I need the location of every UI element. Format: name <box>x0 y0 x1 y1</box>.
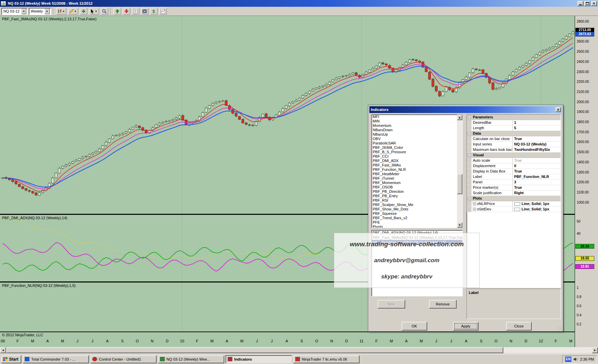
minus-box-icon[interactable]: − <box>468 116 471 119</box>
list-item[interactable]: PFE <box>372 220 462 225</box>
property-value[interactable]: True <box>513 169 560 174</box>
list-item[interactable]: PBF_HeatMeter <box>372 172 462 176</box>
interval-selector[interactable]: Weekly ▼ <box>29 8 51 15</box>
list-item[interactable]: NBarsUp <box>372 132 462 137</box>
property-value[interactable]: NQ 03-12 (Weekly) <box>513 142 560 147</box>
horizontal-scrollbar[interactable]: ◄ ► <box>0 347 598 353</box>
list-item[interactable]: NBarsDown <box>372 128 462 132</box>
scroll-left-icon[interactable]: ◄ <box>0 347 6 353</box>
taskbar-task[interactable]: Control Center - Untitled1 <box>90 355 157 363</box>
list-item[interactable]: PBF_2EMA_Color <box>372 145 462 150</box>
list-item[interactable]: PBF_iTunnel <box>372 176 462 181</box>
property-value[interactable]: Line; Solid; 1px <box>513 207 560 212</box>
taskbar-task[interactable]: NQ 03-12 (Weekly) Wee... <box>158 355 224 363</box>
list-item[interactable]: PBF_B_S_Pressure <box>372 150 462 154</box>
list-item[interactable]: PBF_DMI_ADX <box>372 159 462 163</box>
property-row[interactable]: Auto scaleTrue <box>467 158 560 163</box>
property-value[interactable]: 5 <box>513 126 560 131</box>
property-value[interactable]: 0 <box>513 163 560 168</box>
collapse-icon[interactable]: − <box>467 153 472 158</box>
property-section-header[interactable]: −Parameters <box>467 115 560 120</box>
taskbar-task[interactable]: NinjaTrader 7 lic.emu v5.06 <box>293 355 360 363</box>
property-value[interactable]: True <box>513 136 560 141</box>
list-item[interactable]: PBF_PB_Entry <box>372 194 462 198</box>
property-row[interactable]: Panel3 <box>467 180 560 185</box>
resize-grip[interactable] <box>558 326 562 331</box>
list-item[interactable]: OBV <box>372 137 462 141</box>
list-item[interactable]: MFI <box>372 115 462 119</box>
account-button[interactable]: $ <box>150 7 158 15</box>
property-value[interactable]: Right <box>513 190 560 196</box>
scroll-right-icon[interactable]: ► <box>592 347 598 353</box>
start-button[interactable]: Start <box>1 355 21 363</box>
list-item[interactable]: PBF_CCI <box>372 154 462 159</box>
plot-color-swatch[interactable] <box>514 202 520 206</box>
scrollbar-thumb[interactable] <box>6 347 503 353</box>
property-row[interactable]: Length5 <box>467 126 560 131</box>
plus-box-icon[interactable]: + <box>473 208 476 211</box>
new-button[interactable]: New <box>377 300 405 309</box>
snapshot-button[interactable] <box>141 7 149 15</box>
property-row[interactable]: Displacement0 <box>467 163 560 169</box>
maximize-button[interactable] <box>584 1 590 6</box>
minimize-button[interactable] <box>577 1 583 6</box>
property-row[interactable]: Price marker(s)True <box>467 185 560 190</box>
minus-box-icon[interactable]: − <box>468 197 471 200</box>
property-row[interactable]: DesiredBar1 <box>467 120 560 126</box>
minus-box-icon[interactable]: − <box>468 132 471 135</box>
list-item[interactable]: Pivots <box>372 225 462 228</box>
indicator-window-button[interactable] <box>159 7 167 15</box>
available-indicators-list[interactable]: ▲ ▼ MFIMINMomentumNBarsDownNBarsUpOBVPar… <box>371 114 463 228</box>
chart-style-button[interactable]: ▼ <box>56 7 67 15</box>
property-row[interactable]: Maximum bars look backTwoHundredFiftySix <box>467 147 560 153</box>
property-value[interactable]: TwoHundredFiftySix <box>513 147 560 152</box>
taskbar-task[interactable]: Total Commander 7.03 - ... <box>23 355 89 363</box>
apply-button[interactable]: Apply <box>453 322 479 331</box>
taskbar-task[interactable]: Indicators <box>226 355 292 363</box>
list-item[interactable]: PBF_PB_Direction <box>372 189 462 194</box>
property-value[interactable]: True <box>513 158 560 163</box>
plot-color-swatch[interactable] <box>514 208 520 211</box>
property-value[interactable]: Line; Solid; 1px <box>513 201 560 206</box>
list-item[interactable]: PBF_Trend_Bars_v2 <box>372 216 462 220</box>
list-item[interactable]: PBF_Function_NLR <box>372 167 462 172</box>
cursor-button[interactable]: ▼ <box>89 7 99 15</box>
ok-button[interactable]: OK <box>401 322 427 331</box>
list-item[interactable]: PBF_Squeeze <box>372 211 462 216</box>
list-item[interactable]: Momentum <box>372 123 462 128</box>
property-row[interactable]: +oStdDevLine; Solid; 1px <box>467 207 560 212</box>
dialog-close-icon[interactable]: × <box>555 107 561 112</box>
scroll-up-icon[interactable]: ▲ <box>457 115 462 120</box>
property-section-header[interactable]: −Visual <box>467 153 560 158</box>
remove-button[interactable]: Remove <box>429 300 457 309</box>
list-item[interactable]: PBF_Fast_3MAs <box>372 163 462 167</box>
list-item[interactable]: ParabolicSAR <box>372 141 462 145</box>
close-button[interactable]: Close <box>506 322 532 331</box>
close-button[interactable]: × <box>591 1 597 6</box>
collapse-icon[interactable]: − <box>467 115 472 120</box>
scrollbar-thumb[interactable] <box>457 174 462 194</box>
property-value[interactable]: True <box>513 185 560 190</box>
list-item[interactable]: PBF_RSI <box>372 198 462 203</box>
add-indicator-button[interactable] <box>79 7 88 15</box>
scroll-down-icon[interactable]: ▼ <box>457 222 462 228</box>
property-section-header[interactable]: −Plots <box>467 196 560 201</box>
zoom-button[interactable] <box>100 7 109 15</box>
plus-box-icon[interactable]: + <box>473 202 476 205</box>
list-vertical-scrollbar[interactable]: ▲ ▼ <box>457 115 462 228</box>
speaker-icon[interactable] <box>573 357 578 361</box>
property-row[interactable]: Scale justificationRight <box>467 190 560 196</box>
price-axis[interactable]: 2800.002700.002600.002500.002400.002300.… <box>575 16 598 347</box>
grid-button[interactable] <box>132 7 140 15</box>
property-row[interactable]: Input seriesNQ 03-12 (Weekly) <box>467 142 560 147</box>
property-value[interactable]: PBF_Function_NLR <box>513 174 560 179</box>
up-arrow-button[interactable] <box>113 7 121 15</box>
down-arrow-button[interactable] <box>122 7 131 15</box>
drawing-tools-button[interactable]: ▼ <box>68 7 78 15</box>
list-item[interactable]: PBF_Show_Me_Dots <box>372 207 462 211</box>
collapse-icon[interactable]: − <box>467 196 472 201</box>
list-item[interactable]: PBF_Momentum <box>372 181 462 185</box>
property-row[interactable]: Calculate on bar closeTrue <box>467 136 560 142</box>
instrument-selector[interactable]: NQ 03-12 ▼ <box>1 8 28 15</box>
property-value[interactable]: 3 <box>513 180 560 185</box>
